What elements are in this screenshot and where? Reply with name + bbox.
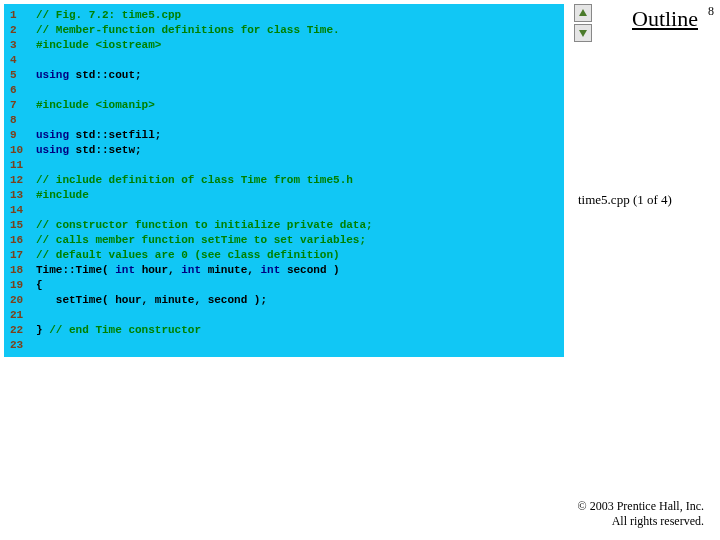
svg-marker-0: [579, 9, 587, 16]
code-line: 11: [10, 158, 558, 173]
line-number: 2: [10, 23, 36, 38]
line-number: 9: [10, 128, 36, 143]
code-line: 16// calls member function setTime to se…: [10, 233, 558, 248]
code-text: // Fig. 7.2: time5.cpp: [36, 8, 181, 23]
code-text: setTime( hour, minute, second );: [36, 293, 267, 308]
code-text: #include <iomanip>: [36, 98, 155, 113]
code-listing: 1// Fig. 7.2: time5.cpp2// Member-functi…: [4, 4, 564, 357]
code-line: 6: [10, 83, 558, 98]
code-text: // calls member function setTime to set …: [36, 233, 366, 248]
code-text: // constructor function to initialize pr…: [36, 218, 373, 233]
code-line: 13#include: [10, 188, 558, 203]
code-text: } // end Time constructor: [36, 323, 201, 338]
code-line: 9using std::setfill;: [10, 128, 558, 143]
code-line: 3#include <iostream>: [10, 38, 558, 53]
triangle-up-icon: [578, 8, 588, 18]
code-text: // Member-function definitions for class…: [36, 23, 340, 38]
code-line: 17// default values are 0 (see class def…: [10, 248, 558, 263]
code-text: using std::setfill;: [36, 128, 161, 143]
code-line: 5using std::cout;: [10, 68, 558, 83]
line-number: 7: [10, 98, 36, 113]
page-number: 8: [708, 4, 714, 19]
line-number: 16: [10, 233, 36, 248]
line-number: 17: [10, 248, 36, 263]
code-text: {: [36, 278, 43, 293]
code-line: 18Time::Time( int hour, int minute, int …: [10, 263, 558, 278]
code-line: 15// constructor function to initialize …: [10, 218, 558, 233]
outline-heading: Outline: [632, 6, 698, 32]
code-line: 22} // end Time constructor: [10, 323, 558, 338]
code-line: 2// Member-function definitions for clas…: [10, 23, 558, 38]
code-line: 1// Fig. 7.2: time5.cpp: [10, 8, 558, 23]
line-number: 14: [10, 203, 36, 218]
nav-down-button[interactable]: [574, 24, 592, 42]
code-line: 21: [10, 308, 558, 323]
copyright-line1: © 2003 Prentice Hall, Inc.: [578, 499, 704, 515]
code-text: Time::Time( int hour, int minute, int se…: [36, 263, 340, 278]
line-number: 22: [10, 323, 36, 338]
code-line: 8: [10, 113, 558, 128]
code-text: using std::setw;: [36, 143, 142, 158]
line-number: 12: [10, 173, 36, 188]
line-number: 20: [10, 293, 36, 308]
nav-buttons: [574, 4, 592, 42]
line-number: 15: [10, 218, 36, 233]
line-number: 21: [10, 308, 36, 323]
code-text: using std::cout;: [36, 68, 142, 83]
line-number: 5: [10, 68, 36, 83]
code-line: 23: [10, 338, 558, 353]
line-number: 1: [10, 8, 36, 23]
slide-subtitle: time5.cpp (1 of 4): [578, 192, 708, 208]
code-line: 19{: [10, 278, 558, 293]
line-number: 10: [10, 143, 36, 158]
copyright-notice: © 2003 Prentice Hall, Inc. All rights re…: [578, 499, 704, 530]
line-number: 19: [10, 278, 36, 293]
code-text: #include <iostream>: [36, 38, 161, 53]
line-number: 11: [10, 158, 36, 173]
code-line: 7#include <iomanip>: [10, 98, 558, 113]
line-number: 13: [10, 188, 36, 203]
nav-up-button[interactable]: [574, 4, 592, 22]
code-line: 20 setTime( hour, minute, second );: [10, 293, 558, 308]
code-text: // include definition of class Time from…: [36, 173, 353, 188]
code-text: // default values are 0 (see class defin…: [36, 248, 340, 263]
line-number: 23: [10, 338, 36, 353]
line-number: 3: [10, 38, 36, 53]
code-line: 4: [10, 53, 558, 68]
line-number: 18: [10, 263, 36, 278]
triangle-down-icon: [578, 28, 588, 38]
line-number: 6: [10, 83, 36, 98]
svg-marker-1: [579, 30, 587, 37]
code-line: 10using std::setw;: [10, 143, 558, 158]
copyright-line2: All rights reserved.: [578, 514, 704, 530]
code-line: 14: [10, 203, 558, 218]
code-line: 12// include definition of class Time fr…: [10, 173, 558, 188]
line-number: 4: [10, 53, 36, 68]
line-number: 8: [10, 113, 36, 128]
code-text: #include: [36, 188, 89, 203]
